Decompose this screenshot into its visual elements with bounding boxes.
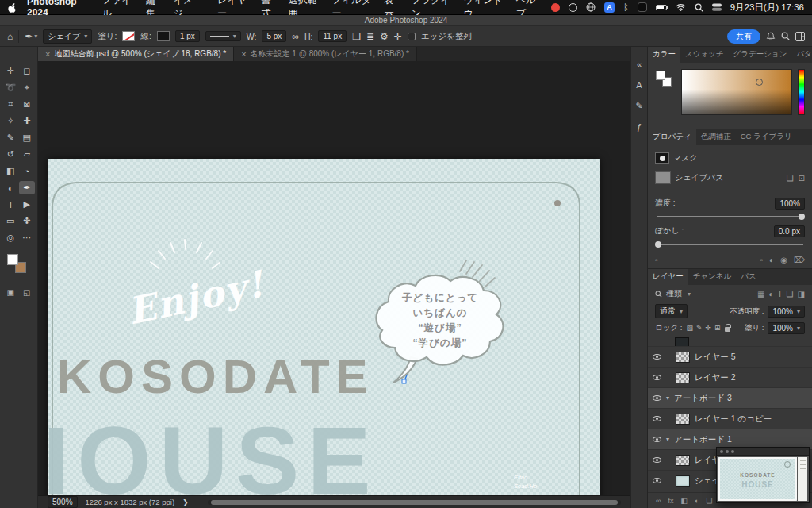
align-edges-checkbox[interactable] [408,33,416,40]
move-tool[interactable]: ✛ [2,64,19,78]
panel-tab[interactable]: チャンネル [688,269,737,285]
panel-tab[interactable]: CC ライブラリ [736,129,797,145]
layer-group-icon[interactable]: ❏ [706,497,712,505]
search-icon[interactable] [781,32,790,40]
filter-type-label[interactable]: 種類 [666,288,682,299]
apple-menu[interactable] [8,2,17,13]
lock-artboard-icon[interactable]: ⊞ [714,324,721,332]
canvas-area[interactable]: Enjoy! KOSODATE IOUSE 子どもにとっていちばんの“遊び場”“… [38,61,630,495]
blend-mode-select[interactable]: 通常 ▾ [655,304,688,318]
stroke-style-select[interactable]: ▾ [205,31,241,41]
wifi-icon[interactable] [676,3,686,11]
visibility-eye-icon[interactable] [653,437,661,442]
fill-value-field[interactable]: 100% ▾ [768,322,805,334]
layer-thumbnail[interactable] [676,414,690,425]
hue-slider[interactable] [798,69,805,115]
bell-icon[interactable] [766,32,776,41]
visibility-eye-icon[interactable] [653,354,661,360]
tool-preset-picker[interactable]: ✒ ▾ [25,31,37,42]
brush-tool[interactable]: ✎ [2,131,19,144]
battery-icon[interactable] [656,5,667,10]
app-status-icon[interactable] [638,2,647,12]
panel-tab[interactable]: パス [736,269,760,285]
gear-icon[interactable]: ⚙ [380,31,389,42]
feather-slider[interactable] [657,244,803,245]
history-brush-tool[interactable]: ↺ [2,148,19,161]
home-icon[interactable]: ⌂ [7,31,13,42]
layer-thumbnail[interactable] [676,372,690,383]
floating-document-window[interactable]: KOSODATE HOUSE [716,447,810,503]
visibility-eye-icon[interactable] [653,375,661,380]
quick-mask-icon[interactable]: ▣ [2,286,19,299]
mask-link-icon[interactable]: ▫ [760,256,764,264]
panel-tab[interactable]: プロパティ [648,129,696,145]
layer-mask-icon[interactable]: ◧ [680,497,688,505]
visibility-eye-icon[interactable] [653,416,661,421]
delete-mask-icon[interactable]: ⌦ [794,256,805,264]
shape-operations-icon[interactable]: ❏ [787,174,794,183]
zoom-level-field[interactable]: 500% [48,496,78,508]
lock-position-icon[interactable]: ✛ [706,324,712,332]
dodge-tool[interactable]: ◐ [2,181,19,194]
document-tab[interactable]: × 地図結合前.psd @ 500% (シェイプ 18, RGB/8) * [38,47,234,61]
layer-thumbnail[interactable] [675,337,689,347]
share-button[interactable]: 共有 [727,29,760,44]
constrain-icon[interactable]: ✛ [394,31,402,42]
crop-tool[interactable]: ⌗ [2,98,19,111]
menubar-clock[interactable]: 9月23日(月) 17:36 [730,2,804,13]
globe-icon[interactable] [586,2,596,12]
gradient-tool[interactable]: ◧ [2,164,19,178]
clone-stamp-tool[interactable]: ▤ [19,131,36,144]
document-canvas[interactable]: Enjoy! KOSODATE IOUSE 子どもにとっていちばんの“遊び場”“… [48,159,600,495]
layer-row[interactable]: ▾ レイヤー 5 [648,347,812,368]
lock-transparency-icon[interactable]: ▨ [686,324,693,332]
expand-chevron-icon[interactable]: ▾ [666,436,669,443]
preview-window-titlebar[interactable] [717,448,809,456]
foreground-color-swatch[interactable] [656,71,665,80]
feather-value-field[interactable]: 0.0 px [774,225,805,237]
panel-tab[interactable]: グラデーション [729,47,792,63]
edit-toolbar-icon[interactable]: ⋯ [19,231,36,244]
healing-brush-tool[interactable]: ✚ [19,114,36,128]
visibility-eye-icon[interactable] [653,478,661,483]
pen-tool[interactable]: ✒ [19,181,36,194]
control-center-icon[interactable] [712,3,722,11]
link-layers-icon[interactable]: ∞ [656,497,661,505]
expand-chevron-icon[interactable]: ▾ [666,394,669,402]
notification-badge-icon[interactable] [551,3,560,12]
foreground-color-swatch[interactable] [7,254,18,265]
filter-adjustment-icon[interactable]: ◐ [768,290,773,298]
status-circle-icon[interactable] [569,3,577,12]
width-input[interactable]: 5 px [262,30,286,42]
eyedropper-tool[interactable]: ✧ [2,114,19,128]
input-source-icon[interactable]: A [604,2,615,13]
eraser-tool[interactable]: ▱ [19,148,36,161]
status-options-chevron-icon[interactable]: ❯ [182,498,189,506]
layer-thumbnail[interactable] [676,352,690,363]
density-value-field[interactable]: 100% [775,198,805,210]
paragraph-panel-icon[interactable]: ƒ [637,122,642,132]
density-slider[interactable] [657,216,803,217]
layer-effects-icon[interactable]: fx [668,497,673,505]
link-dimensions-icon[interactable]: ∞ [292,31,299,42]
screen-mode-icon[interactable]: ◱ [19,286,36,299]
visibility-eye-icon[interactable] [653,457,661,463]
bluetooth-icon[interactable]: ᛒ [623,2,629,12]
lock-all-icon[interactable] [725,327,730,332]
object-selection-tool[interactable]: ⌖ [19,81,36,94]
close-icon[interactable]: × [241,49,246,59]
path-alignment-icon[interactable]: ≣ [366,31,374,42]
type-tool[interactable]: T [2,198,19,211]
lock-pixels-icon[interactable]: ✎ [696,324,703,332]
blur-tool[interactable]: ◔ [19,164,36,178]
slider-knob[interactable] [799,214,805,220]
panel-tab[interactable]: スウォッチ [680,47,729,63]
layer-row[interactable]: ▾ レイヤー 2 [648,368,812,388]
fill-swatch[interactable] [122,31,135,41]
filter-type-icon[interactable]: T [777,290,782,298]
tool-mode-select[interactable]: シェイプ ▾ [43,29,92,44]
layer-row[interactable]: ▾ アートボード 3 [648,388,812,409]
frame-tool[interactable]: ⊠ [19,98,36,111]
panel-tab[interactable]: カラー [648,47,680,63]
expand-panels-icon[interactable]: « [637,60,642,69]
